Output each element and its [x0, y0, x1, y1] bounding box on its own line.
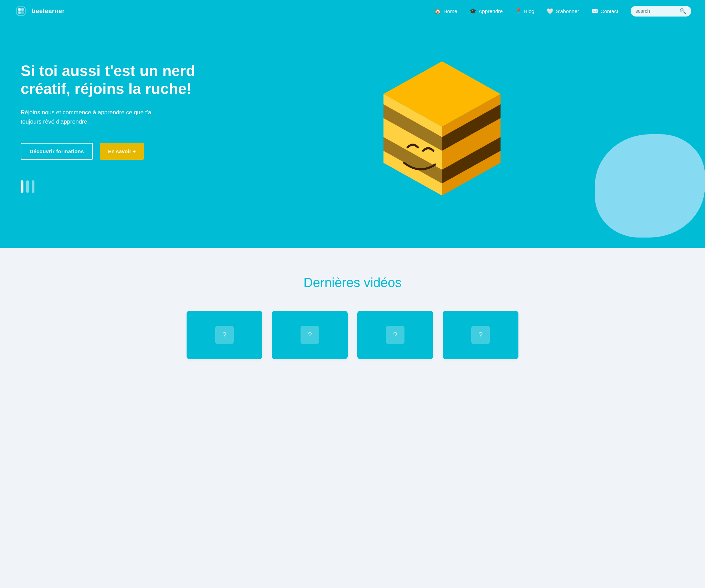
svg-rect-1 — [18, 8, 21, 11]
nav-link-apprendre[interactable]: 🎓 Apprendre — [470, 8, 503, 14]
dot-2[interactable] — [26, 180, 29, 193]
search-box: 🔍 — [631, 6, 691, 17]
video-thumb-icon-4: ? — [471, 326, 490, 344]
nav-label-blog: Blog — [524, 8, 534, 14]
logo[interactable]: beelearner — [14, 4, 65, 18]
logo-svg — [15, 6, 27, 17]
logo-icon — [14, 4, 28, 18]
video-thumb-1: ? — [187, 311, 262, 359]
video-thumb-icon-3: ? — [386, 326, 404, 344]
bee-character — [363, 41, 521, 214]
search-input[interactable] — [635, 8, 677, 14]
heart-icon: 🤍 — [547, 8, 554, 14]
hero-buttons: Découvrir formations En savoir + — [21, 143, 200, 160]
svg-rect-4 — [21, 11, 24, 14]
discover-formations-button[interactable]: Découvrir formations — [21, 143, 93, 160]
hero-dots — [21, 180, 200, 193]
video-card-4[interactable]: ? — [443, 311, 518, 359]
video-cards-list: ? ? ? ? — [21, 311, 684, 359]
bee-svg — [363, 41, 521, 213]
nav-link-contact[interactable]: ✉️ Contact — [591, 8, 618, 14]
nav-label-home: Home — [443, 8, 457, 14]
nav-label-contact: Contact — [600, 8, 618, 14]
hero-content: Si toi aussi t'est un nerd créatif, réjo… — [21, 62, 200, 193]
hero-blob — [595, 134, 705, 238]
home-icon: 🏠 — [434, 8, 441, 14]
nav-item-blog[interactable]: 📍 Blog — [515, 8, 534, 14]
nav-item-apprendre[interactable]: 🎓 Apprendre — [470, 8, 503, 14]
nav-label-apprendre: Apprendre — [478, 8, 503, 14]
en-savoir-button[interactable]: En savoir + — [100, 143, 144, 160]
hero-title: Si toi aussi t'est un nerd créatif, réjo… — [21, 62, 200, 98]
video-thumb-3: ? — [357, 311, 433, 359]
video-card-3[interactable]: ? — [357, 311, 433, 359]
nav-item-home[interactable]: 🏠 Home — [434, 8, 457, 14]
svg-rect-2 — [21, 8, 24, 11]
videos-section-title: Dernières vidéos — [21, 275, 684, 290]
dot-3[interactable] — [32, 180, 34, 193]
video-thumb-icon-1: ? — [215, 326, 234, 344]
nav-link-sabonner[interactable]: 🤍 S'abonner — [547, 8, 579, 14]
brand-name: beelearner — [32, 8, 65, 15]
blog-icon: 📍 — [515, 8, 522, 14]
apprendre-icon: 🎓 — [470, 8, 476, 14]
video-thumb-4: ? — [443, 311, 518, 359]
hero-section: Si toi aussi t'est un nerd créatif, réjo… — [0, 0, 705, 248]
hero-image — [200, 31, 684, 224]
mail-icon: ✉️ — [591, 8, 598, 14]
hero-subtitle: Réjoins nous et commence à apprendre ce … — [21, 108, 172, 126]
video-thumb-2: ? — [272, 311, 348, 359]
video-card-1[interactable]: ? — [187, 311, 262, 359]
videos-section: Dernières vidéos ? ? ? ? — [0, 248, 705, 380]
svg-rect-3 — [18, 11, 21, 14]
navigation: beelearner 🏠 Home 🎓 Apprendre 📍 Blog 🤍 S… — [0, 0, 705, 22]
nav-label-sabonner: S'abonner — [556, 8, 579, 14]
svg-rect-0 — [17, 7, 25, 15]
nav-link-blog[interactable]: 📍 Blog — [515, 8, 534, 14]
video-thumb-icon-2: ? — [301, 326, 319, 344]
nav-item-sabonner[interactable]: 🤍 S'abonner — [547, 8, 579, 14]
nav-links: 🏠 Home 🎓 Apprendre 📍 Blog 🤍 S'abonner — [434, 8, 618, 14]
nav-link-home[interactable]: 🏠 Home — [434, 8, 457, 14]
search-button[interactable]: 🔍 — [680, 8, 686, 14]
dot-1[interactable] — [21, 180, 23, 193]
video-card-2[interactable]: ? — [272, 311, 348, 359]
nav-item-contact[interactable]: ✉️ Contact — [591, 8, 618, 14]
